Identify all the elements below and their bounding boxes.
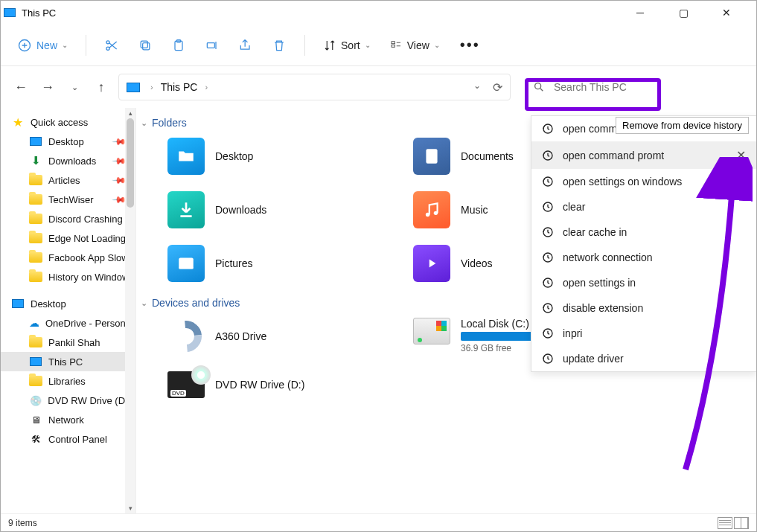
- search-suggestion[interactable]: inpri: [531, 321, 756, 346]
- sidebar-desktop[interactable]: Desktop: [1, 294, 135, 313]
- delete-button[interactable]: [266, 32, 293, 59]
- folder-label: Pictures: [215, 257, 253, 269]
- sidebar-label: Libraries: [48, 376, 86, 387]
- svg-point-17: [535, 83, 541, 89]
- folder-item[interactable]: Desktop: [167, 138, 391, 175]
- scroll-up-arrow[interactable]: ▴: [125, 108, 135, 118]
- sidebar-quick-access[interactable]: ★ Quick access: [1, 112, 135, 132]
- search-box[interactable]: [526, 74, 746, 100]
- chevron-right-icon[interactable]: ›: [205, 83, 208, 92]
- search-icon: [533, 81, 545, 93]
- sidebar-item[interactable]: Facbook App Slow: [1, 248, 135, 267]
- folder-item[interactable]: Downloads: [167, 191, 391, 228]
- sidebar-scrollbar[interactable]: ▴ ▾: [125, 108, 135, 513]
- history-icon: [542, 123, 554, 135]
- search-suggestion[interactable]: clear cache in: [531, 219, 756, 245]
- folder-icon: [29, 232, 42, 244]
- sidebar-item[interactable]: Libraries: [1, 371, 135, 391]
- clipboard-icon: [171, 38, 186, 53]
- sidebar-label: Edge Not Loading: [48, 233, 126, 244]
- sidebar-item[interactable]: 🛠Control Panel: [1, 429, 135, 449]
- cut-button[interactable]: [98, 32, 125, 59]
- status-count: 9 items: [8, 518, 37, 528]
- search-input[interactable]: [552, 80, 738, 94]
- view-button[interactable]: View ⌄: [383, 34, 446, 57]
- folder-icon: [29, 193, 42, 205]
- sidebar-label: Control Panel: [48, 434, 107, 445]
- up-button[interactable]: ↑: [92, 77, 111, 97]
- chevron-down-icon: ⌄: [141, 118, 147, 128]
- sidebar-label: Desktop: [31, 298, 66, 310]
- search-suggestion[interactable]: network connection: [531, 245, 756, 270]
- share-button[interactable]: [232, 32, 259, 59]
- paste-button[interactable]: [165, 32, 192, 59]
- sidebar-item[interactable]: Discord Crashing: [1, 209, 135, 228]
- sidebar-item[interactable]: Pankil Shah: [1, 333, 135, 352]
- sidebar-item[interactable]: Articles📌: [1, 170, 135, 190]
- new-button[interactable]: New ⌄: [11, 33, 74, 57]
- rename-icon: [205, 38, 220, 53]
- sidebar-item[interactable]: Edge Not Loading: [1, 228, 135, 248]
- drive-dvd[interactable]: DVD DVD RW Drive (D:): [167, 371, 391, 398]
- history-dropdown[interactable]: ⌄: [65, 77, 84, 97]
- new-label: New: [36, 39, 57, 51]
- folder-icon: [29, 213, 42, 225]
- svg-rect-14: [207, 42, 214, 48]
- drive-a360[interactable]: A360 Drive: [167, 318, 391, 355]
- down-icon: [167, 191, 205, 228]
- rename-button[interactable]: [199, 32, 226, 59]
- search-suggestion[interactable]: open settings in: [531, 270, 756, 295]
- breadcrumb-root[interactable]: This PC: [161, 81, 198, 93]
- search-suggestion[interactable]: disable extension: [531, 295, 756, 321]
- sidebar-item[interactable]: Desktop📌: [1, 132, 135, 151]
- download-icon: ⬇: [29, 155, 42, 167]
- details-view-button[interactable]: [718, 517, 732, 529]
- disk-icon: [413, 318, 450, 344]
- sidebar-item[interactable]: ⬇Downloads📌: [1, 151, 135, 170]
- scroll-down-arrow[interactable]: ▾: [125, 503, 135, 513]
- folder-icon: [29, 271, 42, 283]
- suggestion-label: network connection: [563, 251, 653, 263]
- drive-label: DVD RW Drive (D:): [215, 379, 304, 391]
- suggestion-label: open command promt: [563, 150, 664, 161]
- sidebar-item[interactable]: TechWiser📌: [1, 190, 135, 209]
- icons-view-button[interactable]: [734, 517, 749, 529]
- star-icon: ★: [11, 116, 25, 128]
- addr-dropdown[interactable]: ⌄: [473, 80, 481, 94]
- history-icon: [542, 251, 554, 263]
- search-suggestion[interactable]: open settings on windows: [531, 169, 756, 194]
- sidebar-item[interactable]: ☁OneDrive - Personal: [1, 313, 135, 333]
- monitor-icon: [29, 135, 42, 147]
- svg-rect-15: [392, 41, 395, 43]
- folder-icon: [29, 375, 42, 387]
- search-suggestion[interactable]: clear: [531, 194, 756, 219]
- address-bar[interactable]: › This PC › ⌄ ⟳: [118, 74, 511, 100]
- sort-button[interactable]: Sort ⌄: [317, 34, 377, 57]
- back-button[interactable]: ←: [11, 77, 31, 97]
- sidebar-label: Downloads: [48, 156, 96, 167]
- copy-icon: [138, 38, 153, 53]
- tooltip: Remove from device history: [616, 117, 749, 134]
- forward-button[interactable]: →: [38, 77, 57, 97]
- more-button[interactable]: •••: [453, 36, 488, 54]
- scrollbar-thumb[interactable]: [127, 118, 134, 208]
- sidebar-item[interactable]: 🖥Network: [1, 410, 135, 429]
- doc-icon: [413, 138, 450, 175]
- view-label: View: [407, 39, 429, 51]
- sidebar-item[interactable]: 💿DVD RW Drive (D:): [1, 391, 135, 410]
- search-suggestion[interactable]: update driver: [531, 346, 756, 371]
- folder-label: Documents: [461, 150, 514, 162]
- sidebar-item[interactable]: History on Windows: [1, 267, 135, 286]
- remove-suggestion-button[interactable]: ✕: [736, 148, 746, 162]
- sidebar-item[interactable]: This PC: [1, 352, 135, 371]
- pc-icon: [127, 83, 140, 92]
- copy-button[interactable]: [132, 32, 159, 59]
- refresh-button[interactable]: ⟳: [493, 80, 502, 94]
- folder-item[interactable]: Pictures: [167, 245, 391, 282]
- close-button[interactable]: ✕: [710, 1, 743, 25]
- search-suggestion[interactable]: open command promt✕: [531, 141, 756, 169]
- window-title: This PC: [22, 7, 624, 19]
- minimize-button[interactable]: ─: [624, 1, 657, 25]
- folder-label: Downloads: [215, 204, 266, 216]
- maximize-button[interactable]: ▢: [667, 1, 700, 25]
